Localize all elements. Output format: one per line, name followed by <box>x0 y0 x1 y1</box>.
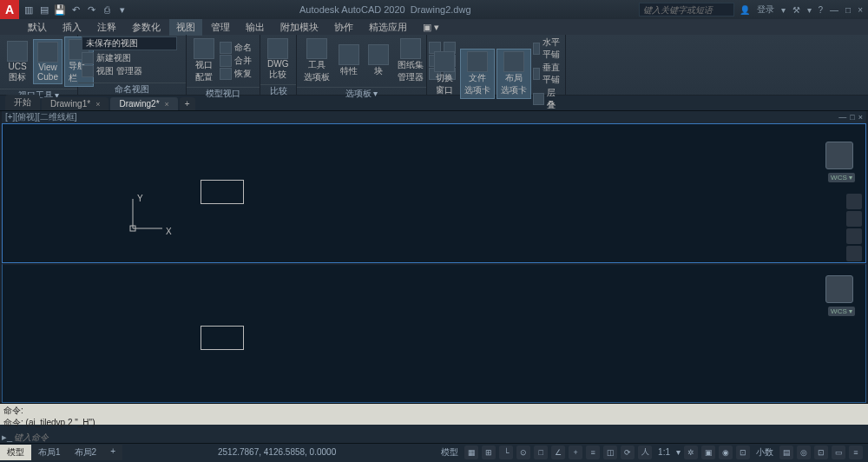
ribbon-group-label[interactable]: 选项板 ▾ <box>297 87 426 99</box>
anno-monitor-icon[interactable]: ◉ <box>719 446 733 459</box>
qat-save-icon[interactable]: 💾 <box>54 3 66 16</box>
sheetset-button[interactable]: 图纸集 管理器 <box>394 36 427 85</box>
anno-scale-icon[interactable]: 人 <box>638 446 652 459</box>
osnap-icon[interactable]: □ <box>534 446 548 459</box>
file-tabs-button[interactable]: 文件 选项卡 <box>460 49 495 99</box>
menu-manage[interactable]: 管理 <box>204 19 237 36</box>
wcs-label[interactable]: WCS ▾ <box>828 173 855 182</box>
menu-featured[interactable]: 精选应用 <box>362 19 414 36</box>
units-icon[interactable]: ⊡ <box>736 446 750 459</box>
vp-close-icon[interactable]: × <box>858 113 863 122</box>
viewcube-button[interactable]: View Cube <box>33 39 62 84</box>
vp-maximize-icon[interactable]: □ <box>850 113 854 122</box>
model-space-button[interactable]: 模型 <box>438 446 461 459</box>
menu-default[interactable]: 默认 <box>21 19 54 36</box>
drawing-rect[interactable] <box>201 180 244 204</box>
grid-icon[interactable]: ▦ <box>464 446 478 459</box>
nav-pan-icon[interactable] <box>846 211 862 227</box>
menu-expand-icon[interactable]: ▣ ▾ <box>416 20 446 35</box>
login-icon[interactable]: 👤 <box>740 5 750 15</box>
view-combo[interactable]: 未保存的视图 <box>82 36 177 50</box>
transparency-icon[interactable]: ◫ <box>603 446 617 459</box>
workspace-icon[interactable]: ▣ <box>701 446 715 459</box>
app-menu-icon[interactable]: ▾ <box>807 5 812 15</box>
menu-insert[interactable]: 插入 <box>56 19 89 36</box>
ortho-icon[interactable]: └ <box>499 446 513 459</box>
vp-named-button[interactable]: 命名 <box>220 42 252 54</box>
viewcube-widget[interactable] <box>825 142 853 169</box>
menu-output[interactable]: 输出 <box>239 19 272 36</box>
nav-orbit-icon[interactable] <box>846 246 862 261</box>
isolate-icon[interactable]: ◎ <box>797 446 811 459</box>
share-icon[interactable]: ⚒ <box>792 5 800 15</box>
qat-open-icon[interactable]: ▤ <box>38 3 50 16</box>
layout-tab-1[interactable]: 布局1 <box>31 445 68 460</box>
vp-merge-button[interactable]: 合并 <box>220 55 252 67</box>
nav-wheel-icon[interactable] <box>846 194 862 209</box>
scale-readout[interactable]: 1:1 <box>655 447 673 457</box>
menu-addons[interactable]: 附加模块 <box>273 19 326 36</box>
ucs-icon[interactable]: Y X <box>133 228 168 265</box>
command-input[interactable] <box>14 432 868 442</box>
quick-props-icon[interactable]: ▤ <box>779 446 793 459</box>
vp-minimize-icon[interactable]: — <box>838 113 846 122</box>
tab-start[interactable]: 开始 <box>5 95 40 110</box>
vp-restore-button[interactable]: 恢复 <box>220 68 252 80</box>
qat-new-icon[interactable]: ▥ <box>23 3 35 16</box>
qat-dropdown-icon[interactable]: ▾ <box>116 3 128 16</box>
blocks-button[interactable]: 块 <box>365 43 392 79</box>
view-manager-button[interactable]: 视图 管理器 <box>82 65 142 77</box>
polar-icon[interactable]: ⊙ <box>516 446 530 459</box>
scale-dropdown-icon[interactable]: ▾ <box>676 447 681 457</box>
layout-tab-model[interactable]: 模型 <box>0 445 31 460</box>
units-readout[interactable]: 小数 <box>753 446 776 459</box>
otrack-icon[interactable]: ∠ <box>551 446 565 459</box>
qat-undo-icon[interactable]: ↶ <box>69 3 82 16</box>
switch-window-button[interactable]: 切换 窗口 <box>431 50 458 98</box>
ucs-icon-button[interactable]: UCS 图标 <box>3 39 31 85</box>
tile-horizontal-button[interactable]: 水平平铺 <box>533 36 562 61</box>
qat-print-icon[interactable]: ⎙ <box>101 3 113 16</box>
viewcube-widget[interactable] <box>825 275 853 303</box>
menu-collab[interactable]: 协作 <box>327 19 360 36</box>
gear-icon[interactable]: ✲ <box>684 446 698 459</box>
menu-view[interactable]: 视图 <box>169 19 202 36</box>
minimize-button[interactable]: — <box>830 5 838 15</box>
vp-config-button[interactable]: 视口 配置 <box>190 36 218 85</box>
maximize-button[interactable]: □ <box>845 5 851 15</box>
tool-palettes-button[interactable]: 工具 选项板 <box>300 36 333 85</box>
dwg-compare-button[interactable]: DWG 比较 <box>264 36 292 82</box>
menu-parametric[interactable]: 参数化 <box>125 19 168 36</box>
app-logo[interactable]: A <box>0 0 19 19</box>
drawing-rect[interactable] <box>201 326 244 350</box>
wcs-label[interactable]: WCS ▾ <box>828 307 855 316</box>
help-search-input[interactable] <box>639 3 734 16</box>
cascade-button[interactable]: 层叠 <box>533 87 562 111</box>
hardware-accel-icon[interactable]: ⊡ <box>814 446 828 459</box>
close-icon[interactable]: × <box>165 100 169 109</box>
viewport-label[interactable]: [+][俯视][二维线框] <box>5 111 77 123</box>
cycling-icon[interactable]: ⟳ <box>621 446 635 459</box>
new-tab-button[interactable]: + <box>180 97 195 110</box>
menu-annotate[interactable]: 注释 <box>90 19 123 36</box>
login-button[interactable]: 登录 <box>757 3 774 16</box>
login-dropdown-icon[interactable]: ▾ <box>781 5 786 15</box>
close-button[interactable]: × <box>858 5 863 15</box>
properties-button[interactable]: 特性 <box>335 43 363 79</box>
tab-drawing2[interactable]: Drawing2*× <box>110 97 177 110</box>
nav-zoom-icon[interactable] <box>846 228 862 244</box>
new-view-button[interactable]: 新建视图 <box>82 52 142 64</box>
help-icon[interactable]: ? <box>819 5 824 15</box>
layout-tab-2[interactable]: 布局2 <box>68 445 104 460</box>
qat-redo-icon[interactable]: ↷ <box>85 3 97 16</box>
viewport-bottom[interactable]: WCS ▾ <box>2 263 866 404</box>
snap-icon[interactable]: ⊞ <box>482 446 496 459</box>
tab-drawing1[interactable]: Drawing1*× <box>42 97 108 110</box>
tile-vertical-button[interactable]: 垂直平铺 <box>533 62 562 86</box>
layout-tab-add[interactable]: + <box>103 445 122 460</box>
command-prompt-icon[interactable]: ▸_ <box>0 432 14 443</box>
clean-screen-icon[interactable]: ▭ <box>832 446 845 459</box>
lineweight-icon[interactable]: ≡ <box>586 446 600 459</box>
layout-tabs-button[interactable]: 布局 选项卡 <box>496 49 531 99</box>
customize-icon[interactable]: ≡ <box>849 446 863 459</box>
